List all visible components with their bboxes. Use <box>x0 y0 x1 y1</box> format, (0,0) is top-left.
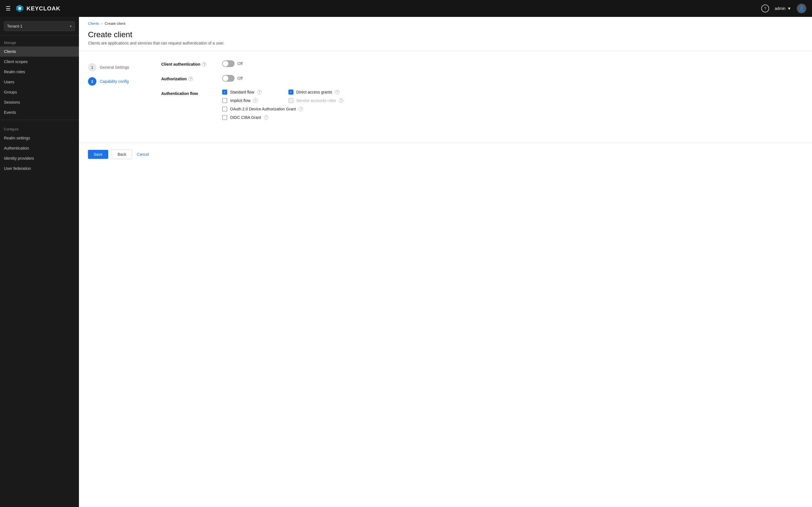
oidc-ciba-label: OIDC CIBA Grant <box>230 115 261 120</box>
top-navigation: ☰ KEYCLOAK ? admin ▼ 👤 <box>0 0 812 17</box>
sidebar-item-realm-roles-label: Realm roles <box>4 69 25 74</box>
hamburger-icon[interactable]: ☰ <box>6 5 11 12</box>
help-button[interactable]: ? <box>761 4 769 12</box>
service-accounts-checkbox <box>289 98 294 103</box>
sidebar-item-groups[interactable]: Groups <box>0 87 79 97</box>
logo: KEYCLOAK <box>15 4 60 13</box>
standard-flow-item: Standard flow ? <box>222 90 277 95</box>
direct-access-checkbox[interactable] <box>289 90 294 95</box>
sidebar-item-sessions-label: Sessions <box>4 100 20 105</box>
button-row: Save Back Cancel <box>79 143 812 166</box>
oauth2-device-label: OAuth 2.0 Device Authorization Grant <box>230 107 296 111</box>
implicit-flow-item: Implicit flow ? <box>222 98 277 103</box>
authorization-row: Authorization ? Off <box>161 75 381 82</box>
authorization-help-icon[interactable]: ? <box>188 76 193 81</box>
oidc-ciba-checkbox[interactable] <box>222 115 227 120</box>
sidebar-item-user-federation-label: User federation <box>4 166 31 171</box>
sidebar-item-groups-label: Groups <box>4 90 17 94</box>
sidebar-item-clients-label: Clients <box>4 49 16 54</box>
keycloak-logo-icon <box>15 4 24 13</box>
sidebar-item-realm-settings-label: Realm settings <box>4 136 30 140</box>
breadcrumb-clients-link[interactable]: Clients <box>88 21 99 25</box>
service-accounts-help-icon: ? <box>339 98 343 103</box>
client-auth-state: Off <box>238 61 243 66</box>
back-button[interactable]: Back <box>112 150 132 159</box>
sidebar-item-client-scopes[interactable]: Client scopes <box>0 57 79 67</box>
sidebar-item-identity-providers-label: Identity providers <box>4 156 34 161</box>
step-2-number: 2 <box>91 79 93 83</box>
sidebar-item-events[interactable]: Events <box>0 107 79 117</box>
direct-access-label: Direct access grants <box>296 90 332 94</box>
sidebar-item-authentication-label: Authentication <box>4 146 29 151</box>
sidebar-item-events-label: Events <box>4 110 16 115</box>
user-dropdown-arrow: ▼ <box>787 6 791 11</box>
sidebar-item-authentication[interactable]: Authentication <box>0 143 79 153</box>
service-accounts-item: Service accounts roles ? <box>289 98 343 103</box>
auth-flow-label: Authentication flow <box>161 90 218 96</box>
implicit-flow-help-icon[interactable]: ? <box>253 98 258 103</box>
page-header: Create client Clients are applications a… <box>79 25 812 51</box>
authorization-control: Off <box>222 75 243 82</box>
direct-access-item: Direct access grants ? <box>289 90 343 95</box>
step-2-label[interactable]: Capability config <box>100 79 129 83</box>
sidebar-item-identity-providers[interactable]: Identity providers <box>0 153 79 163</box>
manage-section-label: Manage <box>0 36 79 47</box>
cancel-button[interactable]: Cancel <box>136 150 150 159</box>
implicit-flow-label: Implicit flow <box>230 98 250 103</box>
client-auth-control: Off <box>222 60 243 67</box>
sidebar-divider <box>0 120 79 120</box>
config-panel: Client authentication ? Off Authorizatio… <box>161 60 381 128</box>
standard-flow-label: Standard flow <box>230 90 254 94</box>
step-1-number: 1 <box>91 65 93 69</box>
oauth2-device-item: OAuth 2.0 Device Authorization Grant ? <box>222 107 343 112</box>
page-subtitle: Clients are applications and services th… <box>88 41 803 45</box>
step-1-item: 1 General Settings <box>88 60 150 74</box>
sidebar: Tenant-1 Manage Clients Client scopes Re… <box>0 17 79 507</box>
step-navigation: 1 General Settings 2 Capability config <box>88 60 150 128</box>
auth-flow-grid: Standard flow ? Direct access grants ? <box>222 90 343 120</box>
client-auth-toggle[interactable] <box>222 60 235 67</box>
standard-flow-help-icon[interactable]: ? <box>257 90 262 94</box>
help-icon: ? <box>764 6 766 11</box>
sidebar-item-user-federation[interactable]: User federation <box>0 163 79 173</box>
breadcrumb: Clients > Create client <box>79 17 812 25</box>
page-title: Create client <box>88 30 803 39</box>
oidc-ciba-item: OIDC CIBA Grant ? <box>222 115 343 120</box>
sidebar-item-realm-settings[interactable]: Realm settings <box>0 133 79 143</box>
standard-flow-checkbox[interactable] <box>222 90 227 95</box>
authorization-label: Authorization ? <box>161 75 218 81</box>
avatar-icon: 👤 <box>799 5 805 11</box>
sidebar-item-realm-roles[interactable]: Realm roles <box>0 67 79 77</box>
breadcrumb-current: Create client <box>105 21 125 25</box>
main-content: Clients > Create client Create client Cl… <box>79 17 812 507</box>
avatar[interactable]: 👤 <box>797 4 806 13</box>
step-1-label: General Settings <box>100 65 129 69</box>
client-auth-help-icon[interactable]: ? <box>202 62 206 66</box>
tenant-selector[interactable]: Tenant-1 <box>0 17 79 36</box>
authorization-state: Off <box>238 76 243 80</box>
sidebar-item-client-scopes-label: Client scopes <box>4 59 28 64</box>
implicit-flow-checkbox[interactable] <box>222 98 227 103</box>
logo-text: KEYCLOAK <box>27 5 60 12</box>
sidebar-item-users[interactable]: Users <box>0 77 79 87</box>
user-menu[interactable]: admin ▼ <box>775 6 791 11</box>
topnav-right: ? admin ▼ 👤 <box>761 4 806 13</box>
sidebar-item-sessions[interactable]: Sessions <box>0 97 79 107</box>
service-accounts-label: Service accounts roles <box>296 98 336 103</box>
auth-flow-row: Authentication flow Standard flow ? Dire… <box>161 90 381 120</box>
tenant-dropdown[interactable]: Tenant-1 <box>4 21 75 31</box>
svg-rect-3 <box>18 7 21 10</box>
sidebar-item-clients[interactable]: Clients <box>0 47 79 57</box>
client-auth-label: Client authentication ? <box>161 60 218 66</box>
breadcrumb-separator: > <box>101 21 103 25</box>
step-2-item: 2 Capability config <box>88 74 150 89</box>
client-auth-row: Client authentication ? Off <box>161 60 381 67</box>
oidc-ciba-help-icon[interactable]: ? <box>264 115 268 120</box>
direct-access-help-icon[interactable]: ? <box>335 90 340 94</box>
sidebar-item-users-label: Users <box>4 80 14 84</box>
save-button[interactable]: Save <box>88 150 108 159</box>
oauth2-device-help-icon[interactable]: ? <box>299 107 303 111</box>
authorization-toggle[interactable] <box>222 75 235 82</box>
form-area: 1 General Settings 2 Capability config C… <box>79 51 812 137</box>
oauth2-device-checkbox[interactable] <box>222 107 227 112</box>
